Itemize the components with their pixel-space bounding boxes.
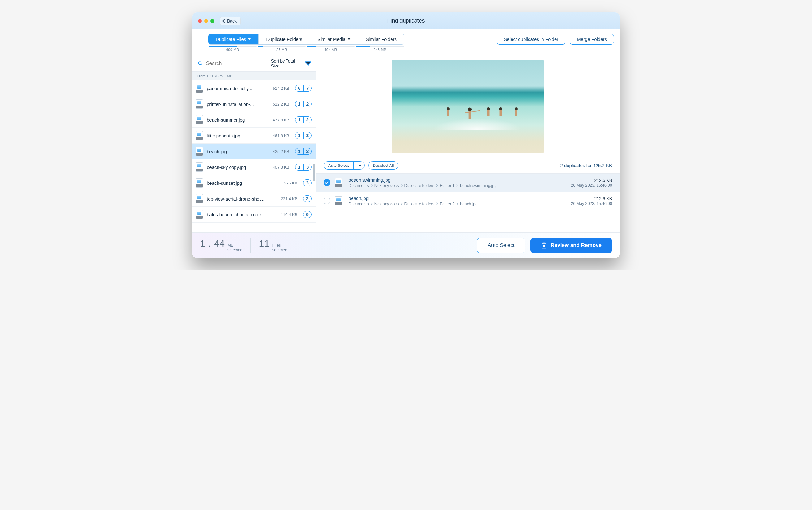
file-icon (196, 115, 204, 124)
chevron-right-icon (457, 184, 458, 187)
tab-duplicate-folders[interactable]: Duplicate Folders (259, 34, 310, 44)
back-button[interactable]: Back (220, 17, 241, 25)
tab-similar-media[interactable]: Similar Media (310, 34, 358, 44)
duplicate-info: beach.jpgDocumentsNektony docsDuplicate … (348, 196, 566, 206)
main-panel: Auto Select Deselect All 2 duplicates fo… (316, 55, 619, 232)
file-row[interactable]: beach-sky copy.jpg407.3 KB13 (193, 159, 316, 175)
tab-meta: 194 MB (307, 45, 355, 55)
count-badge: 12 (295, 101, 312, 107)
file-size: 110.4 KB (277, 212, 297, 217)
segmented-tabs: Duplicate FilesDuplicate FoldersSimilar … (208, 34, 404, 55)
file-icon (335, 196, 344, 205)
svg-point-0 (198, 62, 201, 65)
file-row[interactable]: panoramica-de-holly...514.2 KB67 (193, 81, 316, 96)
chevron-left-icon (223, 19, 225, 23)
trash-icon (541, 242, 547, 249)
file-name: printer-uninstallation-... (207, 102, 266, 107)
tab-duplicate-files[interactable]: Duplicate Files (208, 34, 259, 44)
traffic-lights (198, 19, 214, 23)
file-name: panoramica-de-holly... (207, 86, 266, 91)
merge-folders-button[interactable]: Merge Folders (570, 34, 614, 45)
file-row[interactable]: balos-beach_chania_crete_...110.4 KB6 (193, 207, 316, 223)
checkbox[interactable] (324, 179, 330, 186)
auto-select-label: Auto Select (324, 162, 354, 169)
file-size: 231.4 KB (277, 197, 297, 201)
chevron-down-icon (306, 61, 311, 66)
stat-size-value: 1 . 44 (200, 238, 225, 249)
stat-files: 11 Files selected (250, 238, 295, 253)
tab-similar-folders[interactable]: Similar Folders (358, 34, 404, 44)
preview-image (392, 60, 544, 153)
chevron-right-icon (371, 184, 373, 187)
file-icon (196, 147, 204, 156)
duplicate-path: DocumentsNektony docsDuplicate foldersFo… (348, 201, 566, 206)
file-size: 461.8 KB (269, 133, 289, 138)
duplicate-row[interactable]: beach.jpgDocumentsNektony docsDuplicate … (316, 192, 619, 210)
chevron-right-icon (436, 184, 438, 187)
file-size: 425.2 KB (269, 149, 289, 154)
search-icon (197, 61, 203, 66)
count-badge: 67 (295, 85, 312, 92)
window-title: Find duplicates (193, 18, 619, 24)
file-name: top-view-aerial-drone-shot... (207, 196, 274, 201)
file-name: little penguin.jpg (207, 133, 266, 138)
file-icon (196, 131, 204, 140)
sort-label: Sort by Total Size (271, 58, 304, 68)
duplicate-date: 26 May 2023, 15:46:00 (571, 201, 612, 206)
select-duplicates-folder-button[interactable]: Select duplicates in Folder (497, 34, 566, 45)
file-row[interactable]: little penguin.jpg461.8 KB13 (193, 128, 316, 144)
count-badge: 6 (303, 211, 312, 218)
chevron-down-icon (348, 38, 351, 40)
file-row[interactable]: beach-summer.jpg477.8 KB12 (193, 112, 316, 128)
search-input[interactable] (206, 61, 268, 66)
file-icon (196, 178, 204, 188)
review-remove-label: Review and Remove (551, 242, 602, 249)
preview-area (316, 55, 619, 158)
auto-select-dropdown[interactable]: Auto Select (324, 161, 365, 170)
sort-button[interactable]: Sort by Total Size (271, 58, 311, 68)
duplicate-row[interactable]: beach swimming.jpgDocumentsNektony docsD… (316, 174, 619, 192)
file-list[interactable]: panoramica-de-holly...514.2 KB67printer-… (193, 81, 316, 232)
file-icon (196, 100, 204, 109)
file-size: 477.8 KB (269, 118, 289, 122)
file-size: 395 KB (277, 181, 297, 186)
stat-files-unit: Files (272, 243, 287, 248)
footer: 1 . 44 MB selected 11 Files selected Aut… (193, 232, 619, 258)
file-row[interactable]: beach.jpg425.2 KB12 (193, 144, 316, 159)
file-row[interactable]: beach-sunset.jpg395 KB3 (193, 175, 316, 191)
duplicate-info: beach swimming.jpgDocumentsNektony docsD… (348, 177, 566, 188)
chevron-right-icon (457, 202, 458, 205)
count-badge: 2 (303, 195, 312, 202)
sidebar: Sort by Total Size From 100 KB to 1 MB p… (193, 55, 316, 232)
scrollbar-thumb[interactable] (313, 164, 315, 181)
count-badge: 3 (303, 179, 312, 186)
close-window-icon[interactable] (198, 19, 202, 23)
chevron-down-icon (248, 38, 251, 40)
review-remove-button[interactable]: Review and Remove (530, 238, 612, 253)
duplicate-size: 212.6 KB (571, 178, 612, 183)
chevron-right-icon (436, 202, 438, 205)
duplicate-meta: 212.6 KB26 May 2023, 15:46:00 (571, 178, 612, 188)
tab-meta: 699 MB (208, 45, 257, 55)
duplicate-name: beach swimming.jpg (348, 177, 566, 182)
count-badge: 12 (295, 148, 312, 155)
maximize-window-icon[interactable] (210, 19, 214, 23)
file-row[interactable]: top-view-aerial-drone-shot...231.4 KB2 (193, 191, 316, 207)
file-row[interactable]: printer-uninstallation-...512.2 KB12 (193, 96, 316, 112)
file-icon (335, 178, 344, 187)
deselect-all-button[interactable]: Deselect All (368, 161, 399, 170)
chevron-right-icon (401, 184, 403, 187)
checkbox[interactable] (324, 198, 330, 204)
tab-meta: 25 MB (257, 45, 307, 55)
chevron-right-icon (371, 202, 373, 205)
count-badge: 13 (295, 132, 312, 139)
footer-auto-select-button[interactable]: Auto Select (477, 238, 525, 253)
file-icon (196, 194, 204, 203)
file-name: beach.jpg (207, 149, 266, 154)
toolbar: Duplicate FilesDuplicate FoldersSimilar … (193, 29, 619, 55)
titlebar: Back Find duplicates (193, 12, 619, 29)
count-badge: 13 (295, 164, 312, 171)
minimize-window-icon[interactable] (204, 19, 208, 23)
file-name: beach-summer.jpg (207, 117, 266, 122)
chevron-right-icon (401, 202, 403, 205)
